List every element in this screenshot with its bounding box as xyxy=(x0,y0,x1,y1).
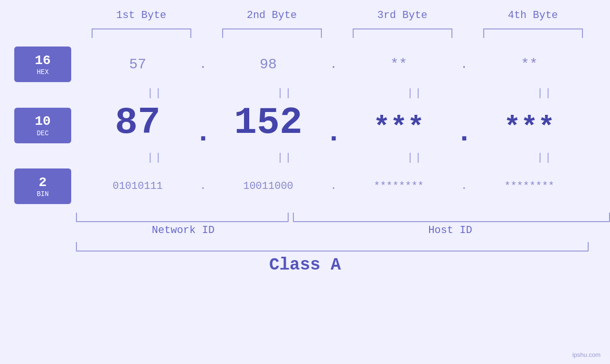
bin-dot-1: . xyxy=(195,180,211,192)
bottom-brackets xyxy=(0,213,610,222)
bin-dot-3: . xyxy=(456,180,472,192)
main-container: 1st Byte 2nd Byte 3rd Byte 4th Byte 16 H… xyxy=(0,0,610,364)
hex-values: 57 . 98 . ** . ** xyxy=(81,56,610,73)
byte-header-1: 1st Byte xyxy=(76,9,206,21)
dec-dot-3: . xyxy=(456,117,472,149)
hex-base-num: 16 xyxy=(35,53,51,69)
bracket-3 xyxy=(337,26,468,38)
hex-byte-3: ** xyxy=(342,56,456,73)
host-bracket xyxy=(293,213,610,222)
dec-base-text: DEC xyxy=(37,130,48,137)
dec-row: 10 DEC 87 . 152 . *** . *** xyxy=(14,104,610,147)
dec-byte-1: 87 xyxy=(81,104,195,142)
bin-base-text: BIN xyxy=(37,190,48,198)
dec-values: 87 . 152 . *** . *** xyxy=(81,104,610,147)
sep-1-byte1: || xyxy=(90,87,220,99)
bracket-2 xyxy=(206,26,337,38)
dec-base-num: 10 xyxy=(35,113,51,130)
main-area: 16 HEX 57 . 98 . ** . ** || || || || 10 xyxy=(0,43,610,208)
dec-dot-2: . xyxy=(325,117,342,149)
bin-byte-4: ******** xyxy=(472,180,586,192)
dec-byte-3: *** xyxy=(342,113,456,142)
hex-byte-2: 98 xyxy=(211,56,325,73)
class-row: Class A xyxy=(0,255,610,275)
sep-2-byte4: || xyxy=(480,152,610,164)
bin-byte-3: ******** xyxy=(342,180,456,192)
sep-1-byte4: || xyxy=(480,87,610,99)
bin-dot-2: . xyxy=(325,180,342,192)
sep-2-byte3: || xyxy=(350,152,480,164)
hex-base-text: HEX xyxy=(37,68,48,76)
dec-label-badge: 10 DEC xyxy=(14,108,71,143)
bracket-1 xyxy=(76,26,206,38)
sep-1-byte2: || xyxy=(220,87,350,99)
class-a-label: Class A xyxy=(269,255,341,275)
byte-headers: 1st Byte 2nd Byte 3rd Byte 4th Byte xyxy=(0,0,610,26)
bin-label-badge: 2 BIN xyxy=(14,168,71,204)
hex-dot-2: . xyxy=(325,57,342,72)
sep-2-byte2: || xyxy=(220,152,350,164)
bin-row: 2 BIN 01010111 . 10011000 . ******** . *… xyxy=(14,168,610,204)
sep-row-1: || || || || xyxy=(14,86,610,100)
outer-bracket xyxy=(76,242,589,252)
hex-byte-4: ** xyxy=(472,56,586,73)
dec-byte-2: 152 xyxy=(211,104,325,142)
hex-label-badge: 16 HEX xyxy=(14,47,71,82)
outer-bracket-row xyxy=(0,242,610,252)
dec-byte-4: *** xyxy=(472,113,586,142)
network-id-label: Network ID xyxy=(76,224,291,236)
bin-values: 01010111 . 10011000 . ******** . *******… xyxy=(81,180,610,192)
hex-byte-1: 57 xyxy=(81,56,195,73)
bracket-4 xyxy=(468,26,598,38)
hex-dot-3: . xyxy=(456,57,472,72)
dec-dot-1: . xyxy=(195,117,211,149)
hex-dot-1: . xyxy=(195,57,211,72)
watermark: ipshu.com xyxy=(572,351,601,358)
bin-byte-1: 01010111 xyxy=(81,180,195,192)
bin-base-num: 2 xyxy=(39,175,47,191)
sep-row-2: || || || || xyxy=(14,150,610,165)
network-bracket xyxy=(76,213,289,222)
byte-header-3: 3rd Byte xyxy=(337,9,468,21)
host-id-label: Host ID xyxy=(291,224,610,236)
sep-2-byte1: || xyxy=(90,152,220,164)
bin-byte-2: 10011000 xyxy=(211,180,325,192)
top-bracket-row xyxy=(0,26,610,38)
byte-header-2: 2nd Byte xyxy=(206,9,337,21)
sep-1-byte3: || xyxy=(350,87,480,99)
hex-row: 16 HEX 57 . 98 . ** . ** xyxy=(14,47,610,82)
bracket-labels: Network ID Host ID xyxy=(0,224,610,236)
byte-header-4: 4th Byte xyxy=(468,9,598,21)
